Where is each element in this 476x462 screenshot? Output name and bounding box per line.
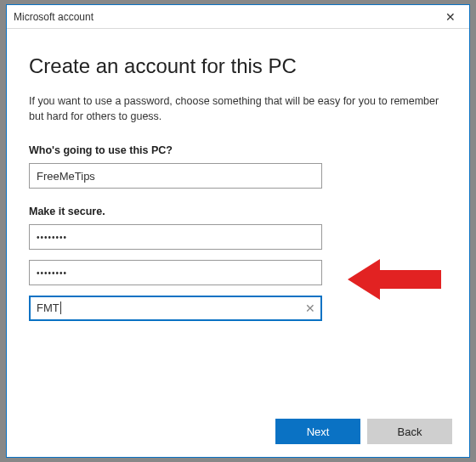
page-description: If you want to use a password, choose so…: [29, 93, 447, 124]
content-area: Create an account for this PC If you wan…: [7, 29, 469, 406]
password-hint-input[interactable]: FMT: [29, 296, 322, 321]
close-button[interactable]: ✕: [432, 5, 469, 28]
page-heading: Create an account for this PC: [29, 54, 447, 78]
window-title: Microsoft account: [14, 11, 432, 23]
clear-hint-button[interactable]: ✕: [305, 301, 315, 315]
close-icon: ✕: [445, 10, 456, 24]
annotation-arrow-icon: [348, 254, 450, 305]
password-confirm-value: ••••••••: [37, 268, 67, 278]
svg-marker-0: [348, 259, 441, 300]
dialog-window: Microsoft account ✕ Create an account fo…: [6, 4, 470, 458]
password-confirm-input[interactable]: ••••••••: [29, 260, 322, 285]
hint-value: FMT: [37, 301, 61, 315]
back-button[interactable]: Back: [367, 419, 452, 444]
password-value: ••••••••: [37, 233, 67, 242]
titlebar: Microsoft account ✕: [7, 5, 469, 29]
password-input[interactable]: ••••••••: [29, 224, 322, 250]
secure-label: Make it secure.: [29, 206, 447, 217]
hint-field-wrap: FMT ✕: [29, 296, 322, 321]
username-input[interactable]: FreeMeTips: [29, 163, 322, 189]
close-icon: ✕: [305, 301, 315, 315]
username-value: FreeMeTips: [37, 170, 95, 183]
next-button[interactable]: Next: [275, 419, 360, 444]
username-label: Who's going to use this PC?: [29, 144, 447, 156]
footer: Next Back: [7, 406, 469, 457]
